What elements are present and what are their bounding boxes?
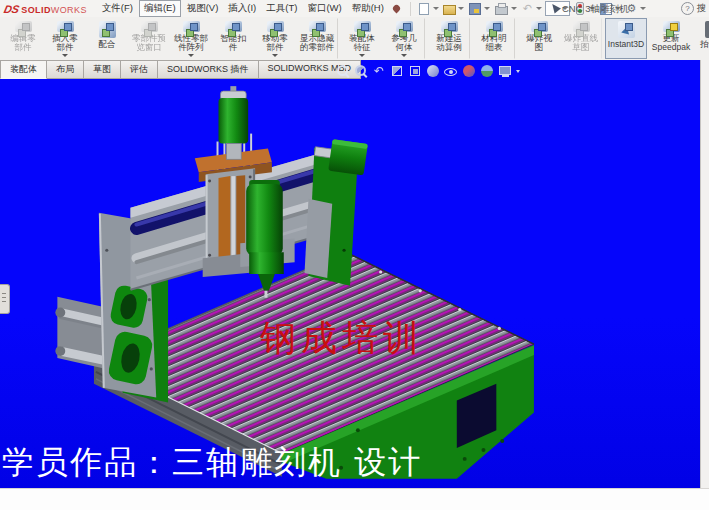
ribbon-button[interactable]: 新建运 动算例 [428, 18, 470, 59]
ribbon-button[interactable]: 装配体 特征 [341, 18, 383, 59]
commandmanager-tab[interactable]: SOLIDWORKS 插件 [158, 60, 259, 79]
update-speedpak-icon [663, 21, 680, 32]
ribbon-button[interactable]: 拍快照 [692, 18, 709, 59]
menu-item[interactable]: 插入(I) [224, 1, 260, 16]
right-panel-gutter [700, 60, 709, 488]
ribbon-button[interactable]: 材料明 细表 [473, 18, 515, 59]
dropdown-caret-icon[interactable] [484, 7, 490, 10]
ds-logo-icon: DS [3, 3, 21, 15]
smart-fasteners-icon [225, 21, 242, 32]
dropdown-caret-icon[interactable] [511, 7, 517, 10]
ribbon-button[interactable]: 插入零 部件 [44, 18, 86, 59]
show-hidden-components-icon [309, 21, 326, 32]
help-icon[interactable]: ? [681, 2, 694, 15]
new-document-icon[interactable] [416, 2, 440, 16]
ribbon-button[interactable]: 显示隐藏 的零部件 [296, 18, 338, 59]
heads-up-view-toolbar [336, 64, 512, 78]
previous-view-icon[interactable] [372, 64, 386, 78]
commandmanager-tab[interactable]: 布局 [47, 60, 84, 79]
view-settings-icon[interactable] [498, 64, 512, 78]
apply-scene-icon[interactable] [480, 64, 494, 78]
menu-bar: 文件(F) 编辑(E) 视图(V) 插入(I) 工具(T) 窗口(W) 帮助(H… [97, 0, 389, 17]
ribbon-button[interactable]: 编辑零 部件 [2, 18, 44, 59]
commandmanager-tab[interactable]: 草图 [84, 60, 121, 79]
mate-icon [99, 21, 116, 38]
dropdown-caret-icon[interactable] [433, 7, 439, 10]
menu-item[interactable]: 文件(F) [98, 1, 137, 16]
3d-model-cnc-machine[interactable] [0, 60, 701, 488]
ribbon-button[interactable]: 爆炸直线 草图 [560, 18, 602, 59]
ribbon-button[interactable]: 配合 [86, 18, 128, 59]
undo-icon[interactable] [520, 2, 543, 15]
status-bar [0, 488, 709, 510]
pushpin-icon[interactable] [391, 4, 401, 14]
view-orientation-icon[interactable] [408, 64, 422, 78]
print-icon[interactable] [493, 2, 518, 15]
solidworks-window: DS SOLID WORKS 文件(F) 编辑(E) 视图(V) 插入(I) 工… [0, 0, 709, 510]
title-bar: DS SOLID WORKS 文件(F) 编辑(E) 视图(V) 插入(I) 工… [0, 0, 709, 18]
assembly-features-icon [354, 21, 371, 32]
open-folder-icon[interactable] [442, 2, 465, 15]
ribbon-button[interactable]: 线性零部 件阵列 [170, 18, 212, 59]
save-icon[interactable] [467, 2, 491, 16]
spindle-assembly [246, 180, 284, 298]
graphics-viewport[interactable]: 装配体 布局 草图 评估 SOLIDWORKS 插件 SOLIDWORKS MB… [0, 60, 701, 488]
reference-geometry-icon [396, 21, 413, 32]
edit-appearance-icon[interactable] [462, 64, 476, 78]
command-manager-tabs: 装配体 布局 草图 评估 SOLIDWORKS 插件 SOLIDWORKS MB… [0, 60, 361, 79]
menu-item[interactable]: 窗口(W) [303, 1, 345, 16]
ribbon-button[interactable]: 爆炸视 图 [518, 18, 560, 59]
help-search[interactable]: ? 搜 [681, 2, 709, 15]
ribbon-button[interactable]: 移动零 部件 [254, 18, 296, 59]
watermark-text: 钢成培训 [260, 314, 424, 363]
exploded-view-icon [531, 21, 548, 32]
insert-component-icon [57, 21, 74, 32]
motion-study-icon [441, 21, 458, 32]
ribbon-button[interactable]: 智能扣 件 [212, 18, 254, 59]
dropdown-caret-icon[interactable] [536, 7, 542, 10]
feature-tree-flyout-tab[interactable] [0, 284, 10, 314]
zoom-to-area-icon[interactable] [354, 64, 368, 78]
ribbon-button[interactable]: 零部件预 览窗口 [128, 18, 170, 59]
component-preview-icon [141, 21, 158, 32]
menu-item[interactable]: 视图(V) [183, 1, 223, 16]
solidworks-logo: DS SOLID WORKS [4, 3, 87, 15]
move-component-icon [267, 21, 284, 32]
display-style-icon[interactable] [426, 64, 440, 78]
bom-icon [486, 21, 503, 32]
hud-dropdown-caret-icon[interactable] [516, 70, 520, 73]
caption-text: 学员作品：三轴雕刻机 设计 [2, 441, 422, 485]
menu-item[interactable]: 工具(T) [262, 1, 301, 16]
instant3d-icon [618, 21, 635, 38]
edit-component-icon [15, 21, 32, 32]
ribbon-button[interactable]: Instant3D [605, 18, 647, 59]
commandmanager-tab[interactable]: 装配体 [0, 60, 47, 79]
document-title: CNC 3轴雕刻机 [562, 3, 629, 16]
explode-sketch-icon [573, 21, 590, 32]
menu-item[interactable]: 编辑(E) [139, 0, 181, 17]
command-manager-ribbon: 编辑零 部件 插入零 部件 配合 零部件预 览窗口 线性零部 件阵列 [0, 17, 709, 61]
ribbon-button[interactable]: 更新 Speedpak [650, 18, 692, 59]
section-view-icon[interactable] [390, 64, 404, 78]
ribbon-button[interactable]: 参考几 何体 [383, 18, 425, 59]
commandmanager-tab[interactable]: 评估 [121, 60, 158, 79]
dropdown-caret-icon[interactable] [458, 7, 464, 10]
menu-item[interactable]: 帮助(H) [348, 1, 388, 16]
dropdown-caret-icon[interactable] [640, 7, 646, 10]
zoom-to-fit-icon[interactable] [336, 64, 350, 78]
snapshot-icon [705, 21, 709, 38]
hide-show-items-icon[interactable] [444, 64, 458, 78]
linear-pattern-icon [183, 21, 200, 32]
